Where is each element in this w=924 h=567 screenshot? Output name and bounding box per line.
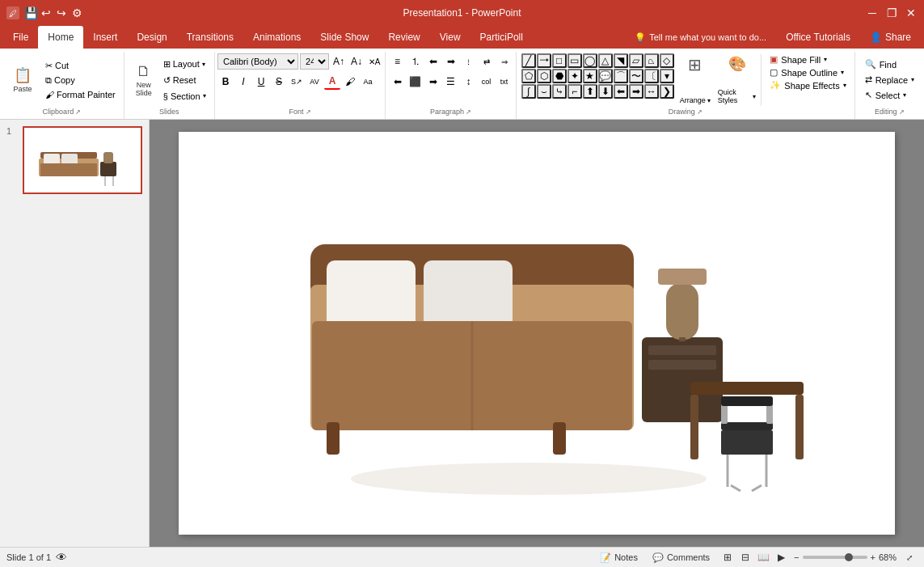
tell-me-button[interactable]: 💡 Tell me what you want to do... (625, 26, 776, 49)
align-center-button[interactable]: ⬛ (407, 74, 424, 90)
redo-button[interactable]: ↪ (55, 6, 68, 19)
normal-view-button[interactable]: ⊞ (719, 550, 736, 565)
font-size-increase-button[interactable]: A↑ (331, 53, 347, 70)
shape-dbl-button[interactable]: ↔ (644, 84, 659, 99)
close-button[interactable]: ✕ (905, 6, 918, 19)
menu-transitions[interactable]: Transitions (177, 26, 243, 49)
shape-para-button[interactable]: ▱ (629, 53, 643, 68)
arrange-button[interactable]: ⊞ Arrange ▾ (677, 53, 713, 106)
shape-corner-button[interactable]: ⌐ (567, 84, 582, 99)
slide-sorter-button[interactable]: ⊟ (737, 550, 753, 565)
comments-button[interactable]: 💬 Comments (648, 551, 715, 565)
char-spacing-button[interactable]: AV (306, 74, 323, 90)
slideshow-button[interactable]: ▶ (773, 550, 789, 565)
shape-oct-button[interactable]: ⬣ (552, 69, 567, 83)
undo-button[interactable]: ↩ (40, 6, 53, 19)
shape-rrect-button[interactable]: ▭ (567, 53, 582, 68)
add-remove-cols-button[interactable]: col (479, 74, 495, 90)
columns-button[interactable]: ⫶ (461, 53, 477, 70)
shape-notch-button[interactable]: ❯ (660, 84, 674, 99)
shape-more-button[interactable]: ▾ (660, 69, 674, 83)
shape-effects-button[interactable]: ✨ Shape Effects ▾ (766, 79, 849, 91)
font-expand-icon[interactable]: ↗ (306, 108, 311, 116)
shape-larr-button[interactable]: ⬅ (614, 84, 628, 99)
text-direction-button[interactable]: ⇄ (479, 53, 495, 70)
shape-arrow-button[interactable]: ⭢ (537, 53, 551, 68)
find-button[interactable]: 🔍 Find (860, 57, 919, 71)
layout-button[interactable]: ⊞ Layout ▾ (160, 57, 209, 71)
menu-participoll[interactable]: ParticiPoll (470, 26, 533, 49)
menu-animations[interactable]: Animations (243, 26, 310, 49)
font-size-select[interactable]: 24 (300, 53, 329, 70)
shape-rtri-button[interactable]: ◥ (614, 53, 628, 68)
decrease-indent-button[interactable]: ⬅ (425, 53, 441, 70)
menu-view[interactable]: View (430, 26, 470, 49)
shape-curve-button[interactable]: ⌒ (614, 69, 628, 83)
text-highlight-button[interactable]: 🖌 (342, 74, 358, 90)
paragraph-expand-icon[interactable]: ↗ (466, 108, 471, 116)
accessibility-icon[interactable]: 👁 (56, 551, 67, 564)
restore-button[interactable]: ❐ (885, 6, 898, 19)
section-button[interactable]: § Section ▾ (160, 90, 209, 103)
menu-review[interactable]: Review (378, 26, 429, 49)
strikethrough-button[interactable]: S (271, 74, 287, 90)
shape-uarr-button[interactable]: ⬆ (583, 84, 597, 99)
clipboard-expand-icon[interactable]: ↗ (75, 108, 81, 116)
italic-button[interactable]: I (235, 74, 251, 90)
zoom-thumb[interactable] (845, 553, 853, 561)
change-case-button[interactable]: Aa (360, 74, 376, 90)
share-button[interactable]: 👤 Share (860, 26, 921, 49)
format-painter-button[interactable]: 🖌 Format Painter (42, 88, 119, 101)
shape-oval-button[interactable]: ◯ (583, 53, 597, 68)
bold-button[interactable]: B (217, 74, 234, 90)
underline-button[interactable]: U (253, 74, 269, 90)
convert-smartart-button[interactable]: ⇒ (496, 53, 513, 70)
office-tutorials-button[interactable]: Office Tutorials (776, 26, 860, 49)
paste-button[interactable]: 📋 Paste (5, 64, 40, 95)
reset-button[interactable]: ↺ Reset (160, 74, 209, 87)
shape-arc-button[interactable]: ⌣ (537, 84, 551, 99)
shape-fill-button[interactable]: ▣ Shape Fill ▾ (766, 53, 849, 66)
drawing-expand-icon[interactable]: ↗ (697, 108, 702, 116)
zoom-plus-button[interactable]: + (871, 552, 875, 562)
text-box-button[interactable]: txt (496, 74, 513, 90)
shape-hex-button[interactable]: ⬡ (537, 69, 551, 83)
save-button[interactable]: 💾 (24, 6, 37, 19)
align-right-button[interactable]: ➡ (425, 74, 441, 90)
font-color-button[interactable]: A (324, 74, 340, 90)
cut-button[interactable]: ✂ Cut (42, 59, 119, 73)
reading-view-button[interactable]: 📖 (755, 550, 771, 565)
clear-format-button[interactable]: ✕A (366, 53, 382, 70)
numbering-button[interactable]: ⒈ (407, 53, 424, 70)
bullets-button[interactable]: ≡ (390, 53, 406, 70)
new-slide-button[interactable]: 🗋 NewSlide (129, 61, 158, 99)
shape-star4-button[interactable]: ✦ (567, 69, 582, 83)
shape-rarr-button[interactable]: ➡ (629, 84, 643, 99)
menu-design[interactable]: Design (127, 26, 176, 49)
shape-callout-button[interactable]: 💬 (598, 69, 613, 83)
menu-insert[interactable]: Insert (83, 26, 127, 49)
shape-brace-button[interactable]: 〔 (644, 69, 659, 83)
shape-bend-button[interactable]: ⤷ (552, 84, 567, 99)
shadow-button[interactable]: S↗ (289, 74, 305, 90)
zoom-track[interactable] (803, 556, 867, 559)
shape-rect-button[interactable]: □ (552, 53, 567, 68)
menu-file[interactable]: File (3, 26, 38, 49)
shape-pent-button[interactable]: ⬠ (521, 69, 536, 83)
zoom-minus-button[interactable]: − (794, 552, 799, 562)
font-size-decrease-button[interactable]: A↓ (348, 53, 365, 70)
notes-button[interactable]: 📝 Notes (595, 551, 643, 565)
shape-trap-button[interactable]: ⏢ (644, 53, 659, 68)
shape-darr-button[interactable]: ⬇ (598, 84, 613, 99)
fit-slide-button[interactable]: ⤢ (901, 550, 918, 565)
select-button[interactable]: ↖ Select ▾ (860, 88, 919, 102)
align-left-button[interactable]: ⬅ (390, 74, 406, 90)
shape-dia-button[interactable]: ◇ (660, 53, 674, 68)
quick-styles-button[interactable]: 🎨 Quick Styles ▾ (715, 53, 762, 106)
slide-canvas[interactable] (179, 132, 895, 535)
justify-button[interactable]: ☰ (443, 74, 459, 90)
shape-tri-button[interactable]: △ (598, 53, 613, 68)
replace-button[interactable]: ⇄ Replace ▾ (860, 73, 919, 87)
menu-slideshow[interactable]: Slide Show (310, 26, 378, 49)
shape-line-button[interactable]: ╱ (521, 53, 536, 68)
